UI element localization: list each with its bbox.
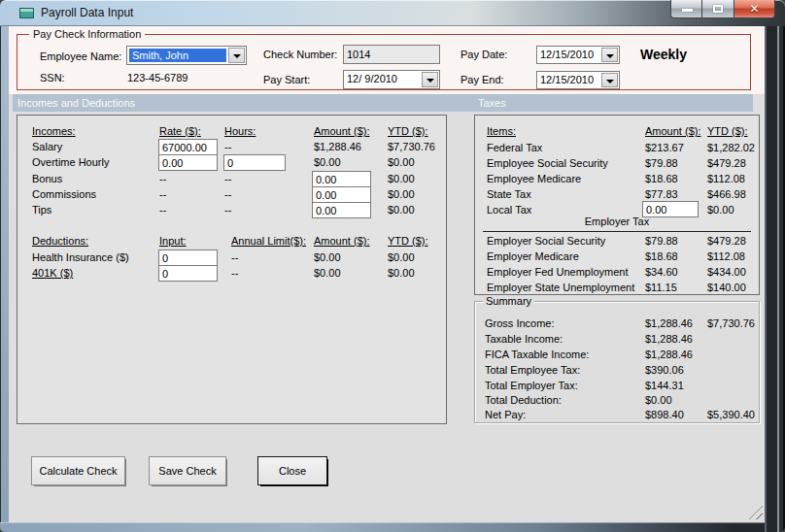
- title-bar[interactable]: Payroll Data Input ✕: [0, 0, 785, 26]
- incomes-header: Incomes:: [32, 124, 76, 138]
- tax-row-employer-social-security: Employer Social Security $79.88 $479.28: [475, 234, 759, 249]
- hours-value: --: [224, 187, 231, 201]
- summary-legend: Summary: [483, 295, 534, 307]
- ytd-value: $7,730.76: [388, 140, 435, 153]
- save-check-button[interactable]: Save Check: [149, 456, 226, 485]
- amount-header: Amount ($):: [314, 234, 369, 248]
- close-button[interactable]: Close: [257, 456, 327, 485]
- pay-end-label: Pay End:: [461, 74, 504, 85]
- row-label: Tips: [32, 203, 51, 216]
- ytd-value: $479.28: [707, 156, 746, 170]
- amount-value: $898.40: [645, 408, 684, 421]
- ytd-value: $0.00: [388, 155, 415, 169]
- ytd-value: $0.00: [707, 203, 734, 216]
- salary-rate-input[interactable]: [158, 139, 218, 155]
- income-row-tips: Tips -- -- $0.00: [17, 203, 446, 217]
- input-header: Input:: [159, 234, 187, 248]
- ytd-value: $7,730.76: [707, 316, 755, 330]
- ytd-value: $466.98: [707, 187, 746, 201]
- client-area: Pay Check Information Employee Name: Smi…: [9, 26, 765, 522]
- paycheck-info-legend: Pay Check Information: [29, 28, 145, 40]
- summary-row-taxable-income: Taxable Income: $1,288.46: [475, 332, 759, 347]
- amount-value: $1,288.46: [645, 348, 693, 361]
- ssn-value: 123-45-6789: [127, 72, 188, 83]
- overtime-hours-input[interactable]: [223, 154, 286, 171]
- hours-value: --: [224, 203, 231, 216]
- chevron-down-icon[interactable]: [601, 73, 618, 87]
- amount-value: $0.00: [645, 393, 672, 407]
- employee-name-label: Employee Name:: [40, 50, 121, 62]
- 401k-link[interactable]: 401K ($): [32, 266, 73, 280]
- ytd-value: $0.00: [388, 203, 415, 216]
- pay-end-datepicker[interactable]: 12/15/2010: [536, 71, 620, 89]
- amount-value: $0.00: [314, 266, 341, 280]
- hours-value: --: [224, 140, 231, 153]
- pay-start-datepicker[interactable]: 12/ 9/2010: [343, 70, 440, 89]
- amount-header: Amount ($):: [314, 124, 369, 138]
- row-label: Employer Social Security: [487, 234, 605, 248]
- row-label: Salary: [32, 140, 62, 153]
- amount-value: $79.88: [645, 156, 678, 170]
- income-row-bonus: Bonus -- -- $0.00: [17, 172, 446, 186]
- row-label: Commissions: [32, 187, 96, 201]
- amount-value: $34.60: [645, 265, 678, 279]
- row-label: Total Deduction:: [485, 393, 562, 407]
- calculate-check-button[interactable]: Calculate Check: [31, 456, 125, 485]
- deduction-row-401k: 401K ($) -- $0.00 $0.00: [17, 266, 446, 281]
- employer-tax-divider: [483, 231, 751, 232]
- summary-row-gross-income: Gross Income: $1,288.46 $7,730.76: [475, 316, 759, 331]
- minimize-button[interactable]: [670, 0, 702, 18]
- pay-start-label: Pay Start:: [263, 74, 310, 85]
- row-label: Taxable Income:: [485, 332, 563, 346]
- ytd-value: $112.08: [707, 249, 745, 263]
- row-label: Federal Tax: [487, 141, 542, 154]
- window-frame-bottom: [0, 522, 765, 532]
- ytd-header: YTD ($):: [707, 124, 748, 138]
- commissions-amount-input[interactable]: [312, 186, 371, 203]
- row-label: Bonus: [32, 172, 62, 185]
- pay-date-datepicker[interactable]: 12/15/2010: [536, 46, 620, 64]
- health-insurance-input[interactable]: [158, 249, 218, 266]
- annual-limit-value: --: [231, 266, 238, 280]
- pay-start-value: 12/ 9/2010: [347, 73, 397, 84]
- chevron-down-icon[interactable]: [422, 72, 438, 87]
- ytd-header: YTD ($):: [388, 234, 428, 248]
- ytd-value: $434.00: [707, 265, 746, 279]
- deductions-header: Deductions:: [32, 234, 88, 248]
- incomes-deductions-section-title: Incomes and Deductions: [17, 97, 135, 109]
- 401k-input[interactable]: [158, 265, 218, 282]
- employee-name-combobox[interactable]: Smith, John: [126, 46, 247, 65]
- deductions-header-row: Deductions: Input: Annual Limit($): Amou…: [17, 234, 446, 249]
- ytd-value: $0.00: [388, 187, 415, 201]
- window-controls: ✕: [670, 0, 775, 18]
- maximize-icon: [713, 5, 723, 13]
- tax-row-emp-medicare: Employee Medicare $18.68 $112.08: [475, 172, 759, 186]
- pay-date-value: 12/15/2010: [540, 49, 594, 60]
- tax-row-federal: Federal Tax $213.67 $1,282.02: [475, 141, 759, 155]
- summary-groupbox: Summary Gross Income: $1,288.46 $7,730.7…: [474, 301, 760, 423]
- app-icon: [19, 8, 34, 18]
- bonus-amount-input[interactable]: [312, 171, 371, 187]
- resize-grip[interactable]: [748, 505, 763, 519]
- tax-row-employer-state-unemployment: Employer State Unemployment $11.15 $140.…: [475, 281, 759, 295]
- items-header: Items:: [487, 124, 516, 138]
- check-number-field[interactable]: [343, 45, 440, 64]
- pay-frequency-label: Weekly: [640, 47, 687, 62]
- amount-value: $0.00: [314, 155, 341, 169]
- chevron-down-icon[interactable]: [601, 48, 618, 62]
- ytd-header: YTD ($):: [388, 124, 428, 138]
- close-window-button[interactable]: ✕: [734, 0, 775, 18]
- row-label: Total Employee Tax:: [485, 363, 580, 377]
- chevron-down-icon[interactable]: [228, 48, 245, 63]
- ytd-value: $1,282.02: [707, 141, 755, 154]
- ytd-value: $0.00: [388, 172, 415, 185]
- maximize-button[interactable]: [702, 0, 734, 18]
- overtime-rate-input[interactable]: [158, 154, 218, 171]
- annual-limit-header: Annual Limit($):: [231, 234, 306, 248]
- tips-amount-input[interactable]: [312, 202, 371, 218]
- rate-value: --: [159, 187, 166, 201]
- ytd-value: $140.00: [707, 281, 746, 294]
- amount-header: Amount ($):: [645, 124, 700, 138]
- taxes-section-title: Taxes: [478, 97, 506, 109]
- amount-value: $18.68: [645, 172, 678, 185]
